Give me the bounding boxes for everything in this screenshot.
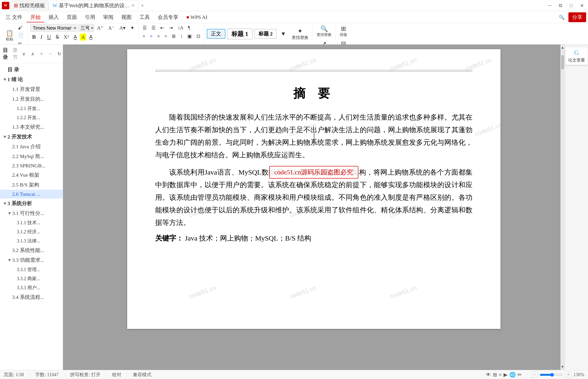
tree-item-ch1[interactable]: ▼ 1 绪 论 (0, 75, 63, 84)
find-replace-button[interactable]: 🔍 查找替换 (315, 24, 334, 38)
view-icon-lines[interactable]: ≡ (499, 372, 502, 378)
sort-button[interactable]: ↕A (176, 24, 185, 31)
strikethrough-button[interactable]: S̶ (54, 33, 61, 41)
tree-item-3-1-2[interactable]: 3.1.2 经济... (0, 227, 63, 236)
shading-button[interactable]: ▣ (185, 33, 194, 40)
tree-item-3-1[interactable]: ▼ 3.1 可行性分... (0, 208, 63, 218)
zoom-in-button[interactable]: + (565, 372, 571, 378)
tree-item-2-6[interactable]: 2.6 Tomcat ... (0, 190, 63, 199)
font-color-button[interactable]: A̲ (72, 33, 79, 41)
ribbon-tab-ai[interactable]: ●WPS AI (183, 13, 211, 22)
scroll-up-arrow[interactable]: ▲ (560, 45, 565, 51)
thesis-check-button[interactable]: G 论文查重 (565, 47, 588, 65)
font-size-decrease[interactable]: A⁻ (106, 24, 117, 32)
tree-item-3-3-3[interactable]: 3.3.3 用户... (0, 283, 63, 292)
font-size-increase[interactable]: A⁺ (95, 24, 105, 32)
minimize-button[interactable]: ─ (546, 1, 554, 10)
underline-button[interactable]: U (45, 33, 53, 41)
line-spacing[interactable]: ↕ (179, 33, 185, 40)
style-normal-button[interactable]: 正文 (207, 29, 225, 39)
styles-dropdown[interactable]: ▼ (279, 30, 288, 38)
copy-button[interactable]: 📄 (16, 32, 26, 39)
paragraph-mark[interactable]: ¶ (186, 24, 192, 31)
tree-item-1-2-2[interactable]: 1.2.2 开发... (0, 113, 63, 122)
numbered-list[interactable]: ☰ (150, 24, 157, 31)
share-button[interactable]: 分享 (568, 12, 586, 22)
align-justify[interactable]: ≡ (163, 33, 169, 40)
view-icon-pencil[interactable]: ✏ (518, 372, 522, 378)
sidebar-minus[interactable]: − (47, 50, 54, 58)
decrease-indent[interactable]: ⇤ (158, 24, 166, 31)
tab-template[interactable]: ⊞ 找程壳模板 (10, 0, 49, 11)
ribbon-tab-review[interactable]: 审阅 (100, 12, 117, 22)
maximize-button[interactable]: □ (567, 1, 575, 10)
sidebar-chevron-up[interactable]: ∧ (29, 50, 36, 58)
ribbon-tab-home[interactable]: 开始 (27, 12, 44, 22)
tree-item-3-4[interactable]: 3.4 系统流程... (0, 292, 63, 302)
ribbon-tab-view[interactable]: 视图 (118, 12, 135, 22)
paste-button[interactable]: 📋 粘贴 (4, 29, 15, 43)
search-button[interactable]: 🔍 (557, 14, 567, 21)
style-h1-button[interactable]: 标题 1 (227, 29, 252, 39)
bold-button[interactable]: B (30, 33, 38, 41)
view-icon-photo[interactable]: ⊞ (493, 372, 497, 378)
document-area[interactable]: code51.cn code51.cn code51.cn code51.cn … (63, 45, 565, 370)
ribbon-tab-ref[interactable]: 引用 (81, 12, 99, 22)
scroll-track[interactable] (561, 51, 564, 364)
style-h2-button[interactable]: 标题 2 (254, 29, 277, 39)
close-button[interactable]: ✕ (578, 1, 586, 10)
tree-item-3-3[interactable]: ▼ 3.3 功能需求... (0, 255, 63, 265)
italic-button[interactable]: I (39, 33, 44, 41)
font-bg-color[interactable]: A̲ (87, 33, 95, 41)
tree-item-ch3[interactable]: ▼ 3 系统分析 (0, 199, 63, 208)
vertical-scrollbar[interactable]: ▲ ▼ (560, 45, 565, 370)
font-size-select[interactable]: 三号 小三 四号 (78, 24, 94, 32)
restore-button[interactable]: ⧉ (556, 1, 565, 10)
tree-item-2-5[interactable]: 2.5 B/S 架构 (0, 180, 63, 190)
bullet-list[interactable]: ☰ (141, 24, 149, 31)
ribbon-tab-insert[interactable]: 插入 (45, 12, 63, 22)
tree-item-1-2-1[interactable]: 1.2.1 开发... (0, 104, 63, 113)
tree-item-toc[interactable]: 目 录 (0, 65, 63, 75)
view-icon-globe[interactable]: 🌐 (509, 372, 516, 378)
scroll-down-arrow[interactable]: ▼ (560, 364, 565, 370)
styles-panel-button[interactable]: ✦ 查找替换 (290, 27, 310, 41)
proofread[interactable]: 校对 (112, 372, 121, 378)
align-left[interactable]: ≡ (141, 33, 147, 40)
tree-item-ch2[interactable]: ▼ 2 开发技术 (0, 132, 63, 142)
tree-item-3-2[interactable]: 3.2 系统性能... (0, 245, 63, 255)
clear-format[interactable]: ✦ (128, 24, 136, 32)
font-name-select[interactable]: Times New Roman (30, 24, 77, 32)
increase-indent[interactable]: ⇥ (167, 24, 175, 31)
ribbon-tab-file[interactable]: 三 文件 (2, 12, 26, 22)
tree-item-2-2[interactable]: 2.2 MySql 简... (0, 152, 63, 161)
zoom-out-button[interactable]: − (531, 372, 538, 378)
font-options[interactable]: A▾ (117, 24, 127, 32)
columns-button[interactable]: ⊞ (170, 33, 178, 40)
sidebar-tab-toc[interactable]: 目录 (3, 47, 8, 61)
ribbon-tab-tools[interactable]: 工具 (136, 12, 153, 22)
subscript-button[interactable]: X² (62, 33, 71, 41)
scroll-thumb[interactable] (561, 55, 564, 69)
border-button[interactable]: ⊡ (195, 33, 202, 40)
spell-check[interactable]: 拼写检查: 打开 (70, 372, 101, 378)
sort-layout-button[interactable]: ⊞ 排版 (338, 24, 349, 38)
tree-item-1-3[interactable]: 1.3 本文研究... (0, 122, 63, 132)
tab-add-button[interactable]: + (139, 2, 147, 9)
tree-item-2-4[interactable]: 2.4 Vue 框架 (0, 170, 63, 180)
align-right[interactable]: ≡ (155, 33, 162, 40)
view-icon-eye[interactable]: 👁 (486, 372, 491, 378)
sidebar-tab-chapter[interactable]: 章节 (13, 47, 18, 61)
ribbon-tab-vip[interactable]: 会员专享 (154, 12, 182, 22)
tree-item-3-1-1[interactable]: 3.1.1 技术... (0, 218, 63, 227)
ribbon-tab-page[interactable]: 页面 (63, 12, 81, 22)
zoom-slider[interactable] (540, 373, 563, 377)
view-icon-play[interactable]: ▶ (504, 372, 507, 378)
align-center[interactable]: ≡ (148, 33, 154, 40)
highlight-button[interactable]: A (80, 33, 86, 41)
tab-doc-close[interactable]: ✕ (131, 3, 135, 8)
tree-item-1-1[interactable]: 1.1 开发背景 (0, 84, 63, 94)
sidebar-refresh[interactable]: ↻ (55, 50, 63, 58)
sidebar-add[interactable]: + (38, 50, 45, 58)
tree-item-3-1-3[interactable]: 3.1.3 法律... (0, 236, 63, 245)
